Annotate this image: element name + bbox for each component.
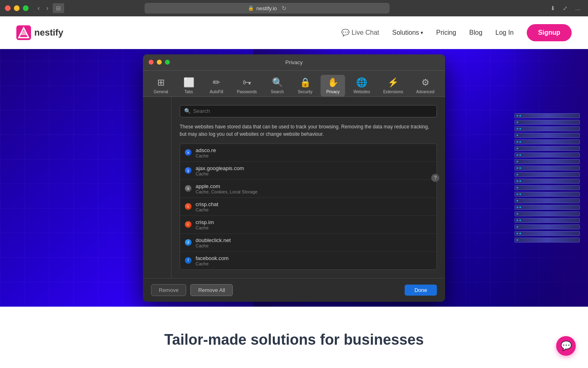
forward-button[interactable]: › bbox=[44, 3, 51, 13]
website-list: a adsco.re Cache g ajax.googleapis.com C… bbox=[180, 144, 437, 270]
privacy-icon: ✋ bbox=[327, 77, 339, 88]
search-label: Search bbox=[271, 90, 284, 94]
help-button[interactable]: ? bbox=[431, 174, 439, 182]
window-minimize-button[interactable] bbox=[14, 5, 20, 11]
pricing-link[interactable]: Pricing bbox=[436, 29, 456, 36]
site-name-adsco: adsco.re bbox=[196, 147, 216, 153]
search-toolbar-icon: 🔍 bbox=[272, 77, 283, 88]
nav-links: 💬 Live Chat Solutions ▾ Pricing Blog Log… bbox=[341, 24, 572, 41]
toolbar-autofill[interactable]: ✏ AutoFill bbox=[204, 75, 229, 96]
reload-button[interactable]: ↻ bbox=[282, 5, 287, 11]
search-bar: 🔍 bbox=[180, 105, 437, 117]
dialog-footer: Remove Remove All Done bbox=[143, 278, 445, 302]
site-info-crisp-im: crisp.im Cache bbox=[196, 219, 214, 230]
tab-button[interactable]: ⊟ bbox=[53, 3, 64, 13]
login-link[interactable]: Log In bbox=[495, 29, 513, 36]
live-chat-link[interactable]: 💬 Live Chat bbox=[341, 29, 379, 36]
site-info-ajax: ajax.googleapis.com Cache bbox=[196, 165, 244, 176]
dialog-close-button[interactable] bbox=[149, 60, 154, 65]
favicon-adsco: a bbox=[185, 149, 192, 156]
autofill-label: AutoFill bbox=[209, 90, 223, 94]
dialog-toolbar: ⊞ General ⬜ Tabs ✏ AutoFill 🗝 Passwords … bbox=[143, 71, 445, 97]
website-item-crisp-im[interactable]: c crisp.im Cache bbox=[180, 216, 437, 234]
site-detail-apple: Cache, Cookies, Local Storage bbox=[196, 189, 258, 194]
favicon-doubleclick: d bbox=[185, 239, 192, 246]
downloads-button[interactable]: ⬇ bbox=[548, 4, 558, 12]
website-item-adsco[interactable]: a adsco.re Cache bbox=[180, 144, 437, 162]
toolbar-advanced[interactable]: ⚙ Advanced bbox=[411, 75, 439, 96]
toolbar-extensions[interactable]: ⚡ Extensions bbox=[378, 75, 408, 96]
website-item-doubleclick[interactable]: d doubleclick.net Cache bbox=[180, 234, 437, 252]
website-item-facebook[interactable]: f facebook.com Cache bbox=[180, 252, 437, 269]
fullscreen-button[interactable]: ⤢ bbox=[560, 4, 570, 12]
dialog-content: 🔍 These websites have stored data that c… bbox=[143, 97, 445, 278]
address-bar[interactable]: 🔒 nestify.io ↻ bbox=[145, 3, 390, 13]
toolbar-tabs[interactable]: ⬜ Tabs bbox=[176, 75, 201, 96]
site-info-doubleclick: doubleclick.net Cache bbox=[196, 237, 231, 248]
website-item-ajax[interactable]: g ajax.googleapis.com Cache bbox=[180, 162, 437, 180]
signup-button[interactable]: Signup bbox=[527, 24, 572, 41]
bottom-section: Tailor-made solutions for businesses bbox=[0, 307, 588, 368]
menu-button[interactable]: … bbox=[572, 4, 583, 12]
back-button[interactable]: ‹ bbox=[35, 3, 42, 13]
favicon-crisp-im: c bbox=[185, 221, 192, 228]
security-label: Security bbox=[298, 90, 312, 94]
site-detail-ajax: Cache bbox=[196, 171, 244, 176]
favicon-ajax: g bbox=[185, 167, 192, 174]
toolbar-security[interactable]: 🔒 Security bbox=[293, 75, 317, 96]
logo-icon bbox=[16, 25, 31, 40]
autofill-icon: ✏ bbox=[213, 77, 220, 88]
remove-button[interactable]: Remove bbox=[151, 284, 186, 296]
tabs-label: Tabs bbox=[185, 90, 193, 94]
favicon-crisp-chat: c bbox=[185, 203, 192, 210]
site-name-doubleclick: doubleclick.net bbox=[196, 237, 231, 243]
website-item-apple[interactable]: a apple.com Cache, Cookies, Local Storag… bbox=[180, 180, 437, 198]
extensions-icon: ⚡ bbox=[388, 77, 399, 88]
main-panel: 🔍 These websites have stored data that c… bbox=[172, 97, 445, 278]
window-close-button[interactable] bbox=[5, 5, 11, 11]
site-detail-crisp-chat: Cache bbox=[196, 207, 218, 212]
site-detail-adsco: Cache bbox=[196, 153, 216, 158]
dialog-title: Privacy bbox=[285, 59, 303, 65]
privacy-label: Privacy bbox=[326, 90, 340, 94]
solutions-link[interactable]: Solutions ▾ bbox=[392, 29, 423, 36]
navbar: nestify 💬 Live Chat Solutions ▾ Pricing … bbox=[0, 16, 588, 49]
site-detail-facebook: Cache bbox=[196, 261, 229, 266]
site-name-ajax: ajax.googleapis.com bbox=[196, 165, 244, 171]
remove-all-button[interactable]: Remove All bbox=[190, 284, 233, 296]
site-name-crisp-im: crisp.im bbox=[196, 219, 214, 225]
done-button[interactable]: Done bbox=[405, 285, 437, 296]
site-info-apple: apple.com Cache, Cookies, Local Storage bbox=[196, 183, 258, 194]
toolbar-search[interactable]: 🔍 Search bbox=[265, 75, 290, 96]
chat-bubble-icon: 💬 bbox=[561, 341, 572, 351]
server-rack-right bbox=[506, 49, 588, 307]
privacy-dialog: Privacy ⊞ General ⬜ Tabs ✏ AutoFill 🗝 Pa… bbox=[143, 54, 445, 302]
general-icon: ⊞ bbox=[157, 77, 165, 88]
chat-bubble[interactable]: 💬 bbox=[556, 336, 576, 356]
website-item-crisp-chat[interactable]: c crisp.chat Cache bbox=[180, 198, 437, 216]
window-maximize-button[interactable] bbox=[23, 5, 29, 11]
site-info-crisp-chat: crisp.chat Cache bbox=[196, 201, 218, 212]
dialog-minimize-button[interactable] bbox=[157, 60, 162, 65]
search-input[interactable] bbox=[193, 108, 432, 114]
toolbar-privacy[interactable]: ✋ Privacy bbox=[321, 75, 345, 96]
live-chat-icon: 💬 bbox=[341, 29, 350, 36]
toolbar-passwords[interactable]: 🗝 Passwords bbox=[232, 75, 262, 96]
toolbar-websites[interactable]: 🌐 Websites bbox=[348, 75, 375, 96]
favicon-apple: a bbox=[185, 185, 192, 192]
lock-icon: 🔒 bbox=[248, 5, 254, 11]
site-info-facebook: facebook.com Cache bbox=[196, 255, 229, 266]
dialog-maximize-button[interactable] bbox=[165, 60, 170, 65]
site-detail-crisp-im: Cache bbox=[196, 225, 214, 230]
site-name-facebook: facebook.com bbox=[196, 255, 229, 261]
browser-chrome: ‹ › ⊟ 🔒 nestify.io ↻ ⬇ ⤢ … bbox=[0, 0, 588, 16]
site-detail-doubleclick: Cache bbox=[196, 243, 231, 248]
chevron-down-icon: ▾ bbox=[421, 30, 423, 36]
blog-link[interactable]: Blog bbox=[469, 29, 482, 36]
description-text: These websites have stored data that can… bbox=[180, 123, 437, 138]
toolbar-general[interactable]: ⊞ General bbox=[149, 75, 173, 96]
extensions-label: Extensions bbox=[383, 90, 403, 94]
advanced-icon: ⚙ bbox=[421, 77, 430, 88]
logo-link[interactable]: nestify bbox=[16, 25, 63, 40]
passwords-icon: 🗝 bbox=[243, 77, 252, 88]
